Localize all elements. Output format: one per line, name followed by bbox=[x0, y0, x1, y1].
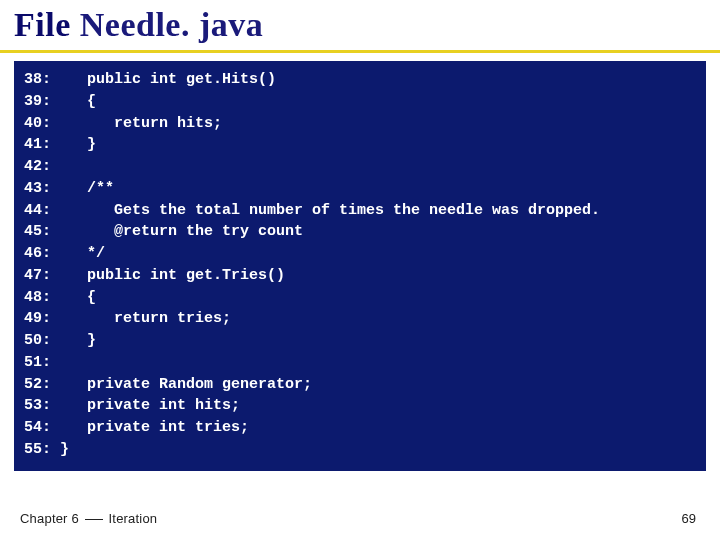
em-dash-icon bbox=[85, 519, 103, 520]
title-rest: Needle. java bbox=[71, 6, 264, 43]
title-accent: File bbox=[14, 6, 71, 43]
slide-footer: Chapter 6 Iteration 69 bbox=[20, 511, 696, 526]
slide: File Needle. java 38: public int get.Hit… bbox=[0, 0, 720, 540]
chapter-right: Iteration bbox=[109, 511, 158, 526]
page-number: 69 bbox=[682, 511, 696, 526]
chapter-left: Chapter 6 bbox=[20, 511, 79, 526]
code-block: 38: public int get.Hits() 39: { 40: retu… bbox=[14, 61, 706, 471]
chapter-label: Chapter 6 Iteration bbox=[20, 511, 157, 526]
title-underline bbox=[0, 50, 720, 53]
page-title: File Needle. java bbox=[14, 6, 706, 44]
